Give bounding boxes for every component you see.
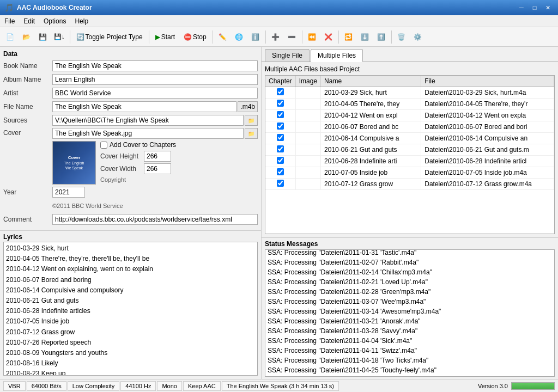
row-checkbox[interactable] bbox=[277, 157, 284, 164]
row-checkbox-cell[interactable] bbox=[265, 156, 295, 167]
row-checkbox[interactable] bbox=[277, 88, 284, 95]
data-section: Data Book Name Album Name Artist File Na… bbox=[0, 47, 261, 231]
close-button[interactable]: ✕ bbox=[542, 2, 554, 13]
row-checkbox-cell[interactable] bbox=[265, 133, 295, 144]
stop-label: Stop bbox=[193, 33, 207, 41]
status-line: SSA: Processing "Dateien\2011-03-07 'Wee… bbox=[268, 297, 552, 307]
cover-width-label: Cover Width bbox=[100, 165, 144, 173]
row-checkbox[interactable] bbox=[277, 168, 284, 175]
col-file: File bbox=[421, 76, 554, 87]
sources-label: Sources bbox=[3, 117, 52, 124]
lyric-item: 2010-06-07 Bored and boring bbox=[6, 275, 255, 285]
artist-row: Artist bbox=[3, 87, 258, 99]
row-checkbox-cell[interactable] bbox=[265, 99, 295, 110]
cover-width-input[interactable] bbox=[144, 163, 171, 174]
copyright-value: ©2011 BBC World Service bbox=[52, 203, 123, 209]
version-label: Version 3.0 bbox=[478, 383, 508, 389]
row-image-cell bbox=[295, 167, 320, 179]
menu-options[interactable]: Options bbox=[39, 15, 70, 27]
status-content[interactable]: SSA: Processing "Dateien\2010-11-29 'Bot… bbox=[265, 249, 555, 377]
menu-file[interactable]: File bbox=[0, 15, 19, 27]
info-icon: ℹ️ bbox=[251, 33, 259, 41]
status-line: SSA: Processing "Dateien\2011-04-04 'Sic… bbox=[268, 336, 552, 346]
tab-multiple-files[interactable]: Multiple Files bbox=[311, 49, 363, 62]
web-button[interactable]: 🌐 bbox=[232, 29, 247, 45]
file-list-area: Multiple AAC Files based Project Chapter… bbox=[262, 62, 558, 237]
separator-6 bbox=[338, 30, 339, 44]
cover-filename-input[interactable] bbox=[52, 128, 244, 139]
row-checkbox-cell[interactable] bbox=[265, 87, 295, 99]
delete-button[interactable]: 🗑️ bbox=[394, 29, 409, 45]
row-checkbox-cell[interactable] bbox=[265, 144, 295, 156]
row-name: 2010-07-12 Grass grow bbox=[321, 179, 421, 190]
add-cover-checkbox[interactable] bbox=[100, 142, 107, 149]
tab-single-file[interactable]: Single File bbox=[265, 49, 310, 62]
row-file: Dateien\2010-06-07 Bored and bori bbox=[421, 121, 554, 133]
row-checkbox[interactable] bbox=[277, 145, 284, 152]
stop-button[interactable]: ⛔ Stop bbox=[180, 29, 210, 45]
info-button[interactable]: ℹ️ bbox=[248, 29, 263, 45]
lyric-item: 2010-06-21 Gut and guts bbox=[6, 296, 255, 306]
comment-input[interactable] bbox=[52, 214, 258, 225]
row-image-cell bbox=[295, 99, 320, 110]
cover-right: 📁 Cover The EnglishWe Speak bbox=[52, 128, 258, 185]
row-checkbox-cell[interactable] bbox=[265, 167, 295, 179]
more-button[interactable]: ⚙️ bbox=[410, 29, 426, 45]
toggle-project-type-button[interactable]: 🔄 Toggle Project Type bbox=[72, 29, 147, 45]
col-image: Image bbox=[295, 76, 320, 87]
sources-browse-button[interactable]: 📁 bbox=[245, 115, 258, 126]
album-name-label: Album Name bbox=[3, 76, 52, 83]
lyrics-content[interactable]: 2010-03-29 Sick, hurt2010-04-05 There're… bbox=[3, 242, 258, 376]
skip-back-button[interactable]: ⏪ bbox=[305, 29, 320, 45]
table-row: 2010-06-21 Gut and guts Dateien\2010-06-… bbox=[265, 144, 554, 156]
save-as-button[interactable]: 💾↓ bbox=[51, 29, 68, 45]
menu-edit[interactable]: Edit bbox=[19, 15, 39, 27]
refresh-button[interactable]: 🔁 bbox=[341, 29, 356, 45]
refresh-icon: 🔁 bbox=[344, 33, 353, 41]
separator-1 bbox=[70, 30, 70, 44]
toggle-icon: 🔄 bbox=[76, 33, 84, 41]
cover-image: Cover The EnglishWe Speak bbox=[52, 141, 96, 185]
move-up-button[interactable]: ⬆️ bbox=[374, 29, 389, 45]
add-file-button[interactable]: ➕ bbox=[268, 29, 283, 45]
remove2-button[interactable]: ❌ bbox=[321, 29, 336, 45]
remove-file-button[interactable]: ➖ bbox=[284, 29, 300, 45]
start-label: Start bbox=[161, 33, 175, 41]
book-name-label: Book Name bbox=[3, 62, 52, 70]
minimize-button[interactable]: ─ bbox=[515, 2, 527, 13]
cover-browse-button[interactable]: 📁 bbox=[245, 128, 258, 139]
row-name: 2010-06-14 Compulsive a bbox=[321, 133, 421, 144]
menu-help[interactable]: Help bbox=[70, 15, 93, 27]
file-name-input[interactable] bbox=[52, 101, 236, 112]
progress-bar bbox=[511, 382, 555, 390]
row-checkbox[interactable] bbox=[277, 111, 284, 118]
album-name-input[interactable] bbox=[52, 74, 258, 85]
status-line: SSA: Processing "Dateien\2011-03-21 'Ano… bbox=[268, 316, 552, 326]
row-checkbox[interactable] bbox=[277, 180, 284, 187]
cover-height-input[interactable] bbox=[144, 151, 171, 162]
edit-icon: ✏️ bbox=[219, 33, 227, 41]
start-button[interactable]: ▶ Start bbox=[151, 29, 179, 45]
cover-height-label: Cover Height bbox=[100, 152, 144, 160]
row-checkbox-cell[interactable] bbox=[265, 110, 295, 121]
open-button[interactable]: 📂 bbox=[19, 29, 34, 45]
row-checkbox-cell[interactable] bbox=[265, 179, 295, 190]
row-image-cell bbox=[295, 133, 320, 144]
artist-input[interactable] bbox=[52, 88, 258, 99]
move-down-button[interactable]: ⬇️ bbox=[357, 29, 373, 45]
save-button[interactable]: 💾 bbox=[35, 29, 50, 45]
row-checkbox[interactable] bbox=[277, 134, 284, 141]
row-checkbox-cell[interactable] bbox=[265, 121, 295, 133]
year-input[interactable] bbox=[52, 187, 85, 198]
sources-input[interactable] bbox=[52, 115, 244, 126]
edit-button[interactable]: ✏️ bbox=[215, 29, 231, 45]
book-name-input[interactable] bbox=[52, 60, 258, 71]
row-image-cell bbox=[295, 121, 320, 133]
lyric-item: 2010-08-23 Keep up bbox=[6, 369, 255, 376]
row-checkbox[interactable] bbox=[277, 122, 284, 130]
row-checkbox[interactable] bbox=[277, 100, 284, 107]
add-icon: ➕ bbox=[271, 33, 280, 41]
new-button[interactable]: 📄 bbox=[2, 29, 17, 45]
separator-7 bbox=[391, 30, 392, 44]
maximize-button[interactable]: □ bbox=[529, 2, 541, 13]
